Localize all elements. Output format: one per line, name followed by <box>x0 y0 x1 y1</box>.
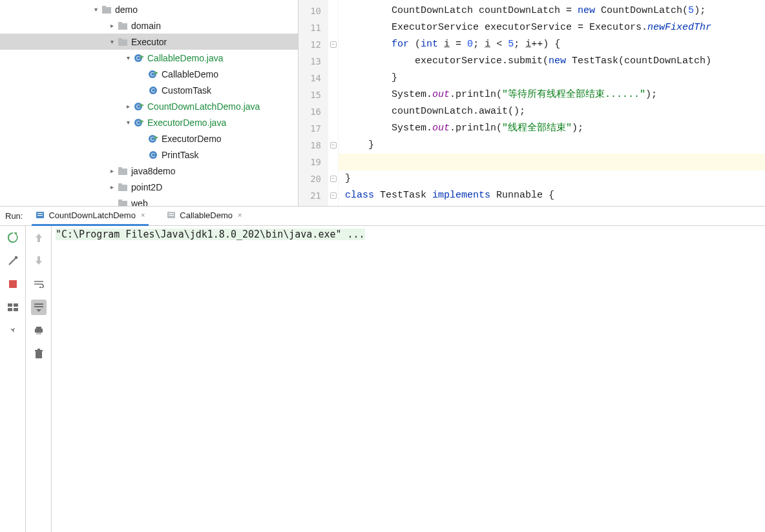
svg-rect-40 <box>14 303 18 307</box>
svg-rect-50 <box>37 349 40 350</box>
tree-label: Executor <box>131 37 167 47</box>
java-class-run-icon: C <box>133 101 145 112</box>
folder-icon <box>117 182 129 192</box>
tree-folder-java8demo[interactable]: ▸ java8demo <box>0 163 298 179</box>
tree-label: domain <box>131 21 161 31</box>
svg-rect-3 <box>118 22 122 24</box>
chevron-down-icon: ▾ <box>107 38 117 45</box>
chevron-down-icon: ▾ <box>123 54 133 61</box>
chevron-right-icon: ▸ <box>107 183 117 190</box>
tree-label: CustomTask <box>162 85 211 96</box>
fold-marker-icon[interactable]: − <box>330 176 337 182</box>
svg-marker-16 <box>140 103 144 107</box>
svg-rect-26 <box>118 167 122 169</box>
down-button[interactable] <box>31 253 47 269</box>
line-number: 19 <box>299 154 328 170</box>
line-number: 11 <box>299 19 328 36</box>
tree-folder-point2d[interactable]: ▸ point2D <box>0 179 298 195</box>
code-editor[interactable]: CountDownLatch countDownLatch = new Coun… <box>339 0 765 206</box>
tree-label: ExecutorDemo.java <box>147 118 226 128</box>
svg-rect-2 <box>118 23 127 30</box>
tree-class-printtask[interactable]: C PrintTask <box>0 147 298 163</box>
svg-rect-27 <box>118 185 127 191</box>
stop-button[interactable] <box>5 276 21 292</box>
rerun-button[interactable] <box>5 230 21 245</box>
tree-folder-web[interactable]: web <box>0 195 298 206</box>
svg-rect-39 <box>8 303 12 307</box>
svg-rect-33 <box>37 215 43 216</box>
tree-class-customtask[interactable]: C CustomTask <box>0 82 298 98</box>
svg-rect-48 <box>36 351 42 358</box>
tree-label: ExecutorDemo <box>162 134 222 144</box>
tree-label: web <box>131 198 148 207</box>
folder-icon <box>117 166 129 176</box>
svg-text:C: C <box>136 119 141 126</box>
svg-rect-49 <box>35 350 43 351</box>
svg-rect-46 <box>36 327 41 329</box>
tree-file-executordemo-java[interactable]: ▾ C ExecutorDemo.java <box>0 114 298 130</box>
svg-rect-44 <box>34 306 43 307</box>
fold-marker-icon[interactable]: − <box>330 142 337 148</box>
fold-marker-icon[interactable]: − <box>330 41 337 48</box>
run-tab-callabledemo[interactable]: CallableDemo × <box>163 207 246 226</box>
scroll-to-end-button[interactable] <box>31 300 47 315</box>
line-number: 20 <box>299 170 328 187</box>
print-button[interactable] <box>31 323 47 338</box>
pin-button[interactable] <box>5 323 21 338</box>
svg-rect-43 <box>34 303 43 305</box>
svg-rect-36 <box>169 215 174 216</box>
chevron-right-icon: ▸ <box>107 167 117 174</box>
svg-rect-25 <box>118 169 127 175</box>
close-icon[interactable]: × <box>238 211 242 219</box>
run-tab-label: CallableDemo <box>180 210 233 220</box>
up-button[interactable] <box>31 230 47 245</box>
svg-text:C: C <box>136 55 141 61</box>
line-number: 16 <box>299 103 328 120</box>
project-tree[interactable]: ▾ demo ▸ domain ▾ Executor ▾ C CallableD… <box>0 0 299 206</box>
soft-wrap-button[interactable] <box>31 276 47 292</box>
tree-label: CountDownLatchDemo.java <box>147 101 260 112</box>
svg-text:C: C <box>151 71 155 77</box>
svg-marker-37 <box>14 232 17 236</box>
svg-rect-38 <box>9 280 17 288</box>
chevron-right-icon: ▸ <box>123 103 133 110</box>
java-class-run-icon: C <box>133 53 145 63</box>
tree-class-executordemo[interactable]: C ExecutorDemo <box>0 130 298 147</box>
fold-strip: − − − − <box>328 0 339 206</box>
svg-marker-22 <box>154 136 158 139</box>
settings-button[interactable] <box>5 253 21 269</box>
line-number: 12 <box>299 36 328 53</box>
java-class-icon: C <box>147 85 159 96</box>
run-toolbar-secondary <box>26 226 52 532</box>
tree-file-callabledemo-java[interactable]: ▾ C CallableDemo.java <box>0 50 298 66</box>
tree-class-callabledemo[interactable]: C CallableDemo <box>0 66 298 82</box>
tree-label: demo <box>115 5 138 15</box>
folder-icon <box>117 198 129 207</box>
svg-marker-11 <box>154 71 158 75</box>
tree-folder-executor[interactable]: ▾ Executor <box>0 34 298 50</box>
tree-file-countdownlatchdemo-java[interactable]: ▸ C CountDownLatchDemo.java <box>0 98 298 114</box>
java-class-icon: C <box>147 150 159 160</box>
svg-rect-5 <box>118 38 122 40</box>
line-number: 18 <box>299 137 328 154</box>
chevron-down-icon: ▾ <box>90 6 101 13</box>
layout-button[interactable] <box>5 300 21 315</box>
svg-rect-32 <box>37 213 43 214</box>
fold-marker-icon[interactable]: − <box>330 192 337 199</box>
console-output[interactable]: "C:\Program Files\Java\jdk1.8.0_202\bin\… <box>52 226 765 532</box>
svg-text:C: C <box>151 87 156 94</box>
run-config-icon <box>36 210 46 220</box>
tree-folder-domain[interactable]: ▸ domain <box>0 17 298 34</box>
close-icon[interactable]: × <box>141 211 145 219</box>
svg-rect-4 <box>118 39 127 46</box>
run-tab-countdownlatchdemo[interactable]: CountDownLatchDemo × <box>32 207 149 226</box>
svg-rect-41 <box>8 308 12 311</box>
svg-rect-0 <box>102 7 111 14</box>
svg-marker-8 <box>140 55 144 59</box>
run-panel-header: Run: CountDownLatchDemo × CallableDemo × <box>0 207 765 226</box>
svg-rect-42 <box>14 308 18 311</box>
trash-button[interactable] <box>31 346 47 362</box>
tree-folder-demo[interactable]: ▾ demo <box>0 1 298 17</box>
run-panel-title: Run: <box>0 211 32 221</box>
java-class-run-icon: C <box>147 134 159 144</box>
